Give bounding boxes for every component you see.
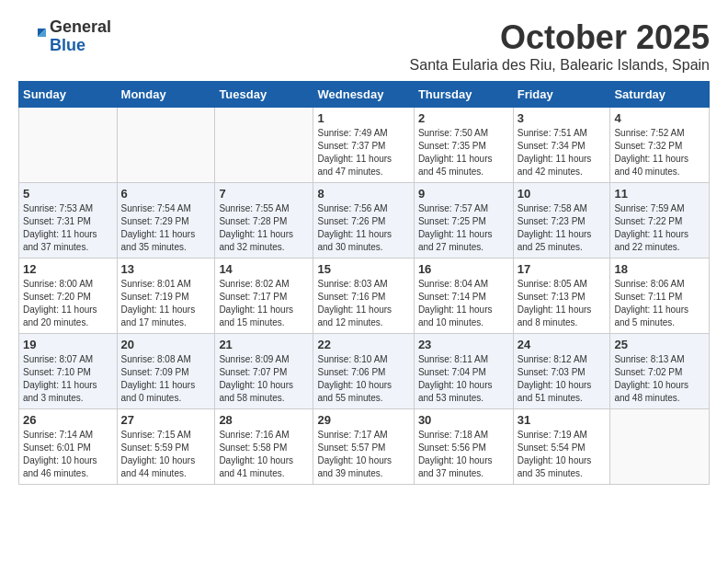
day-info: Sunrise: 7:53 AM Sunset: 7:31 PM Dayligh… — [23, 202, 113, 254]
day-number: 1 — [317, 111, 409, 125]
calendar-week-1: 1Sunrise: 7:49 AM Sunset: 7:37 PM Daylig… — [19, 108, 710, 183]
calendar-header: SundayMondayTuesdayWednesdayThursdayFrid… — [19, 82, 710, 108]
weekday-friday: Friday — [513, 82, 610, 108]
day-info: Sunrise: 7:17 AM Sunset: 5:57 PM Dayligh… — [317, 429, 409, 480]
weekday-monday: Monday — [117, 82, 215, 108]
day-info: Sunrise: 8:05 AM Sunset: 7:13 PM Dayligh… — [518, 278, 607, 329]
day-info: Sunrise: 8:00 AM Sunset: 7:20 PM Dayligh… — [23, 278, 113, 329]
day-info: Sunrise: 8:12 AM Sunset: 7:03 PM Dayligh… — [518, 353, 607, 405]
calendar-week-5: 26Sunrise: 7:14 AM Sunset: 6:01 PM Dayli… — [19, 409, 710, 485]
day-number: 6 — [121, 187, 211, 201]
calendar-cell: 3Sunrise: 7:51 AM Sunset: 7:34 PM Daylig… — [513, 108, 610, 183]
calendar-cell: 7Sunrise: 7:55 AM Sunset: 7:28 PM Daylig… — [215, 183, 313, 259]
day-info: Sunrise: 7:57 AM Sunset: 7:25 PM Dayligh… — [418, 202, 509, 254]
day-number: 20 — [121, 338, 211, 351]
day-number: 27 — [121, 413, 211, 427]
day-info: Sunrise: 8:01 AM Sunset: 7:19 PM Dayligh… — [121, 278, 211, 329]
day-number: 14 — [219, 262, 309, 276]
logo-icon — [18, 23, 46, 51]
logo-blue: Blue — [50, 37, 111, 55]
day-number: 4 — [614, 111, 705, 125]
day-number: 8 — [317, 187, 409, 201]
calendar-cell: 14Sunrise: 8:02 AM Sunset: 7:17 PM Dayli… — [215, 259, 313, 334]
day-info: Sunrise: 7:51 AM Sunset: 7:34 PM Dayligh… — [518, 127, 607, 178]
calendar-cell: 5Sunrise: 7:53 AM Sunset: 7:31 PM Daylig… — [19, 183, 118, 259]
calendar-body: 1Sunrise: 7:49 AM Sunset: 7:37 PM Daylig… — [19, 108, 710, 485]
day-number: 30 — [418, 413, 509, 427]
day-number: 24 — [518, 338, 607, 351]
day-number: 17 — [518, 262, 607, 276]
calendar-cell: 28Sunrise: 7:16 AM Sunset: 5:58 PM Dayli… — [215, 409, 313, 485]
logo-general: General — [50, 18, 111, 37]
location: Santa Eularia des Riu, Balearic Islands,… — [410, 57, 710, 74]
calendar-cell: 19Sunrise: 8:07 AM Sunset: 7:10 PM Dayli… — [19, 334, 118, 409]
day-number: 16 — [418, 262, 509, 276]
calendar: SundayMondayTuesdayWednesdayThursdayFrid… — [18, 81, 710, 485]
day-number: 9 — [418, 187, 509, 201]
day-info: Sunrise: 7:14 AM Sunset: 6:01 PM Dayligh… — [23, 429, 113, 480]
day-info: Sunrise: 7:55 AM Sunset: 7:28 PM Dayligh… — [219, 202, 309, 254]
day-number: 10 — [518, 187, 607, 201]
calendar-cell: 10Sunrise: 7:58 AM Sunset: 7:23 PM Dayli… — [513, 183, 610, 259]
day-number: 5 — [23, 187, 113, 201]
calendar-cell: 8Sunrise: 7:56 AM Sunset: 7:26 PM Daylig… — [313, 183, 414, 259]
day-number: 29 — [317, 413, 409, 427]
day-info: Sunrise: 8:07 AM Sunset: 7:10 PM Dayligh… — [23, 353, 113, 405]
weekday-sunday: Sunday — [19, 82, 118, 108]
calendar-cell: 20Sunrise: 8:08 AM Sunset: 7:09 PM Dayli… — [117, 334, 215, 409]
logo-text: General Blue — [50, 18, 111, 55]
day-info: Sunrise: 7:50 AM Sunset: 7:35 PM Dayligh… — [418, 127, 509, 178]
calendar-cell: 27Sunrise: 7:15 AM Sunset: 5:59 PM Dayli… — [117, 409, 215, 485]
day-number: 13 — [121, 262, 211, 276]
day-number: 26 — [23, 413, 113, 427]
day-number: 21 — [219, 338, 309, 351]
day-number: 15 — [317, 262, 409, 276]
calendar-cell: 22Sunrise: 8:10 AM Sunset: 7:06 PM Dayli… — [313, 334, 414, 409]
day-number: 28 — [219, 413, 309, 427]
calendar-cell: 18Sunrise: 8:06 AM Sunset: 7:11 PM Dayli… — [610, 259, 710, 334]
day-number: 25 — [614, 338, 705, 351]
calendar-cell: 24Sunrise: 8:12 AM Sunset: 7:03 PM Dayli… — [513, 334, 610, 409]
day-number: 3 — [518, 111, 607, 125]
day-info: Sunrise: 8:08 AM Sunset: 7:09 PM Dayligh… — [121, 353, 211, 405]
calendar-cell: 17Sunrise: 8:05 AM Sunset: 7:13 PM Dayli… — [513, 259, 610, 334]
calendar-cell: 12Sunrise: 8:00 AM Sunset: 7:20 PM Dayli… — [19, 259, 118, 334]
calendar-cell: 6Sunrise: 7:54 AM Sunset: 7:29 PM Daylig… — [117, 183, 215, 259]
calendar-week-3: 12Sunrise: 8:00 AM Sunset: 7:20 PM Dayli… — [19, 259, 710, 334]
day-info: Sunrise: 8:09 AM Sunset: 7:07 PM Dayligh… — [219, 353, 309, 405]
calendar-cell: 26Sunrise: 7:14 AM Sunset: 6:01 PM Dayli… — [19, 409, 118, 485]
day-info: Sunrise: 7:15 AM Sunset: 5:59 PM Dayligh… — [121, 429, 211, 480]
title-area: October 2025 Santa Eularia des Riu, Bale… — [410, 18, 710, 74]
day-info: Sunrise: 8:06 AM Sunset: 7:11 PM Dayligh… — [614, 278, 705, 329]
day-info: Sunrise: 8:13 AM Sunset: 7:02 PM Dayligh… — [614, 353, 705, 405]
month-title: October 2025 — [410, 18, 710, 57]
calendar-cell: 9Sunrise: 7:57 AM Sunset: 7:25 PM Daylig… — [414, 183, 513, 259]
day-number: 23 — [418, 338, 509, 351]
day-info: Sunrise: 7:49 AM Sunset: 7:37 PM Dayligh… — [317, 127, 409, 178]
day-number: 7 — [219, 187, 309, 201]
day-info: Sunrise: 8:10 AM Sunset: 7:06 PM Dayligh… — [317, 353, 409, 405]
weekday-tuesday: Tuesday — [215, 82, 313, 108]
calendar-cell: 2Sunrise: 7:50 AM Sunset: 7:35 PM Daylig… — [414, 108, 513, 183]
day-info: Sunrise: 8:03 AM Sunset: 7:16 PM Dayligh… — [317, 278, 409, 329]
day-number: 18 — [614, 262, 705, 276]
weekday-thursday: Thursday — [414, 82, 513, 108]
calendar-cell: 23Sunrise: 8:11 AM Sunset: 7:04 PM Dayli… — [414, 334, 513, 409]
day-info: Sunrise: 7:52 AM Sunset: 7:32 PM Dayligh… — [614, 127, 705, 178]
weekday-wednesday: Wednesday — [313, 82, 414, 108]
calendar-week-2: 5Sunrise: 7:53 AM Sunset: 7:31 PM Daylig… — [19, 183, 710, 259]
calendar-cell: 21Sunrise: 8:09 AM Sunset: 7:07 PM Dayli… — [215, 334, 313, 409]
weekday-header-row: SundayMondayTuesdayWednesdayThursdayFrid… — [19, 82, 710, 108]
calendar-cell: 31Sunrise: 7:19 AM Sunset: 5:54 PM Dayli… — [513, 409, 610, 485]
calendar-cell — [117, 108, 215, 183]
day-info: Sunrise: 8:02 AM Sunset: 7:17 PM Dayligh… — [219, 278, 309, 329]
day-info: Sunrise: 7:54 AM Sunset: 7:29 PM Dayligh… — [121, 202, 211, 254]
day-info: Sunrise: 7:59 AM Sunset: 7:22 PM Dayligh… — [614, 202, 705, 254]
calendar-cell: 11Sunrise: 7:59 AM Sunset: 7:22 PM Dayli… — [610, 183, 710, 259]
day-number: 12 — [23, 262, 113, 276]
calendar-cell: 15Sunrise: 8:03 AM Sunset: 7:16 PM Dayli… — [313, 259, 414, 334]
calendar-cell: 30Sunrise: 7:18 AM Sunset: 5:56 PM Dayli… — [414, 409, 513, 485]
page-header: General Blue October 2025 Santa Eularia … — [18, 18, 710, 74]
calendar-cell: 29Sunrise: 7:17 AM Sunset: 5:57 PM Dayli… — [313, 409, 414, 485]
calendar-cell: 25Sunrise: 8:13 AM Sunset: 7:02 PM Dayli… — [610, 334, 710, 409]
